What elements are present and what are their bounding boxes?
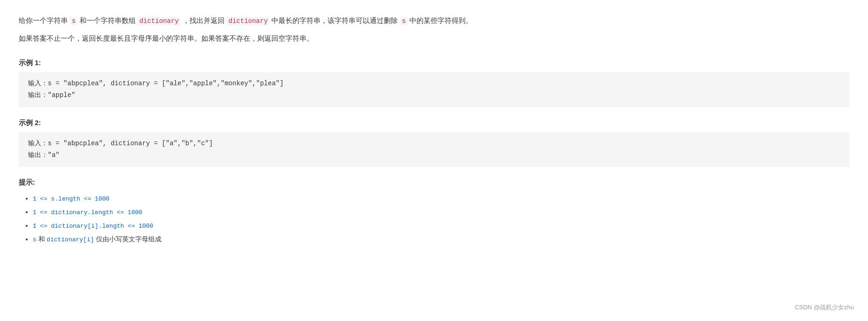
hint-4-code-dict: dictionary[i]	[47, 236, 94, 243]
example-1-section: 示例 1: 输入：s = "abpcplea", dictionary = ["…	[19, 59, 849, 107]
dictionary-var-inline2: dictionary	[226, 17, 270, 25]
hint-item-1: 1 <= s.length <= 1000	[33, 192, 849, 205]
example-2-block: 输入：s = "abpcplea", dictionary = ["a","b"…	[19, 132, 849, 167]
example-2-title: 示例 2:	[19, 119, 849, 127]
description-line1: 给你一个字符串 s 和一个字符串数组 dictionary ，找出并返回 dic…	[19, 14, 849, 27]
example-1-title: 示例 1:	[19, 59, 849, 67]
hint-3-code: 1 <= dictionary[i].length <= 1000	[33, 223, 153, 230]
hint-1-code: 1 <= s.length <= 1000	[33, 195, 109, 202]
hint-2-code: 1 <= dictionary.length <= 1000	[33, 209, 142, 216]
hints-list: 1 <= s.length <= 1000 1 <= dictionary.le…	[19, 192, 849, 246]
hints-section: 提示: 1 <= s.length <= 1000 1 <= dictionar…	[19, 178, 849, 246]
hint-item-4: s 和 dictionary[i] 仅由小写英文字母组成	[33, 232, 849, 246]
example-2-input: 输入：s = "abpcplea", dictionary = ["a","b"…	[28, 138, 840, 149]
hint-item-2: 1 <= dictionary.length <= 1000	[33, 205, 849, 219]
hints-title: 提示:	[19, 178, 849, 187]
dictionary-var-inline: dictionary	[138, 17, 181, 25]
hint-4-code-s: s	[33, 236, 36, 243]
example-1-input: 输入：s = "abpcplea", dictionary = ["ale","…	[28, 78, 840, 90]
example-2-section: 示例 2: 输入：s = "abpcplea", dictionary = ["…	[19, 119, 849, 167]
s-var-inline2: s	[400, 17, 408, 25]
description-line2: 如果答案不止一个，返回长度最长且字母序最小的字符串。如果答案不存在，则返回空字符…	[19, 32, 849, 45]
example-1-block: 输入：s = "abpcplea", dictionary = ["ale","…	[19, 72, 849, 107]
hint-item-3: 1 <= dictionary[i].length <= 1000	[33, 219, 849, 232]
example-1-output: 输出："apple"	[28, 90, 840, 101]
example-2-output: 输出："a"	[28, 149, 840, 161]
branding: CSDN @战机少女zhu	[795, 303, 854, 312]
s-var-inline: s	[70, 17, 77, 25]
